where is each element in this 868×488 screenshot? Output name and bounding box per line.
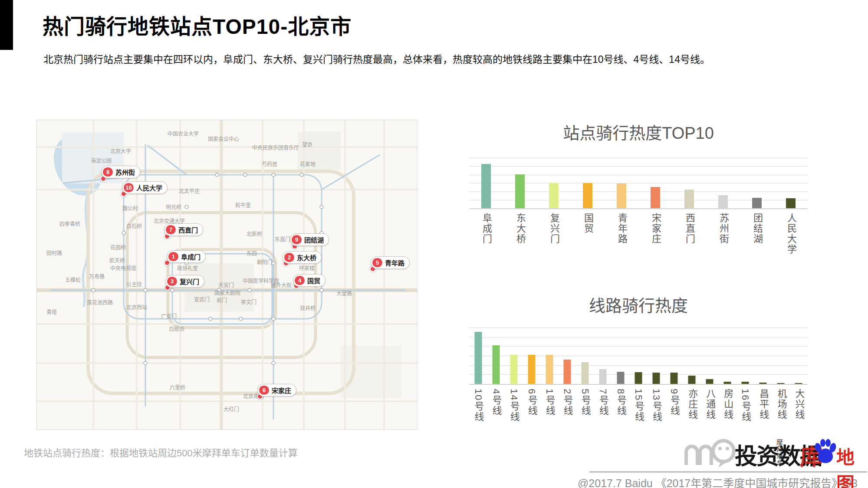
marker-rank-badge: 7 [166,225,176,234]
map-label-花家地: 花家地 [300,160,316,167]
marker-rank-badge: 5 [372,258,382,267]
mobike-logo-icon [684,435,736,469]
marker-rank-badge: 3 [167,277,177,286]
bar-16号线 [742,382,749,384]
chart-station-heat: 站点骑行热度TOP10 阜成门东大桥复兴门国贸青年路宋家庄西直门苏州街团结湖人民… [469,120,808,263]
bar-团结湖 [752,198,762,208]
bar-8号线 [617,372,624,384]
map-label-北新桥: 北新桥 [247,230,262,237]
axis-label-东大桥: 东大桥 [515,213,525,244]
chart-line-heat: 线路骑行热度 10号线4号线14号线6号线1号线2号线5号线7号线8号线15号线… [469,285,808,439]
map-label-白石桥: 白石桥 [126,222,142,229]
marker-rank-badge: 6 [259,386,269,395]
bar-7号线 [599,369,606,384]
axis-label-人民大学: 人民大学 [786,213,796,255]
map-label-魏公村: 魏公村 [122,204,138,212]
bar-机场线 [777,383,785,384]
axis-label-复兴门: 复兴门 [549,213,559,244]
marker-station-name: 宋家庄 [272,386,291,395]
axis-label-昌平线: 昌平线 [758,389,768,420]
axis-label-团结湖: 团结湖 [752,213,762,244]
marker-rank-badge: 2 [284,253,294,262]
chart-x-axis-labels: 10号线4号线14号线6号线1号线2号线5号线7号线8号线15号线13号线9号线… [469,385,808,439]
map-label-明光桥: 明光桥 [166,203,181,210]
map-label-国家大剧院: 国家大剧院 [214,289,240,296]
map-label-朝阳门: 朝阳门 [257,258,273,265]
bar-八通线 [706,379,713,384]
bar-大兴线 [795,383,802,384]
marker-pill-人民大学: 10人民大学 [122,181,168,194]
map-label-北京大学: 北京大学 [110,147,131,154]
bar-阜成门 [481,164,491,208]
bar-亦庄线 [688,376,696,384]
marker-station-name: 复兴门 [180,277,199,286]
marker-station-name: 国贸 [307,276,320,285]
map-label-北京交通大学: 北京交通大学 [154,217,185,224]
watermark-text-mobike: 摩拜单车 [775,439,784,467]
map-label-六里桥: 六里桥 [170,383,185,391]
map-label-望京: 望京 [302,141,312,148]
marker-station-name: 团结湖 [304,235,324,244]
gridline [469,328,808,328]
map-label-双井桥: 双井桥 [300,304,316,311]
gridline [469,158,808,158]
bar-2号线 [563,360,571,384]
map-label-中国农业大学: 中国农业大学 [168,130,199,137]
marker-station-name: 人民大学 [136,183,162,192]
map-label-政协礼堂: 政协礼堂 [177,264,198,272]
map-label-北京西站: 北京西站 [126,303,147,311]
marker-rank-badge: 8 [103,167,113,177]
bar-10号线 [474,332,482,384]
map-label-五棵松: 五棵松 [65,276,81,283]
map-label-东直门: 东直门 [275,235,290,242]
map-label-莲花池西路: 莲花池西路 [87,298,113,306]
axis-label-5号线: 5号线 [580,389,590,416]
copyright-text: @2017.7 Baidu 《2017年第二季度中国城市研究报告》 93 [578,475,858,488]
axis-label-阜成门: 阜成门 [481,213,491,244]
marker-pill-国贸: 4国贸 [293,274,326,287]
axis-label-房山线: 房山线 [723,389,732,420]
axis-label-国贸: 国贸 [583,213,592,234]
map-label-建外大街: 建外大街 [271,281,292,288]
marker-pill-复兴门: 3复兴门 [165,275,204,288]
map-label-大望路: 大望路 [336,289,352,297]
chart-plot-area [469,158,808,209]
bar-苏州街 [718,195,728,208]
watermark-logos: 投资数据 库 摩拜单车 地图 [684,433,866,471]
axis-label-苏州街: 苏州街 [718,213,728,244]
map-label-万寿路: 万寿路 [89,272,105,280]
marker-pill-团结湖: 9团结湖 [290,233,329,246]
marker-station-name: 青年路 [385,258,404,267]
map-label-公主坟: 公主坟 [126,280,142,288]
bar-宋家庄 [651,187,660,208]
axis-label-宋家庄: 宋家庄 [651,213,660,244]
map-label-国家会议中心: 国家会议中心 [208,135,239,142]
footnote: 地铁站点骑行热度：根据地铁站周边500米摩拜单车订单数量计算 [24,445,298,459]
gridline [469,208,808,209]
axis-label-八通线: 八通线 [705,389,714,420]
gridline [469,356,808,356]
gridline [469,166,808,167]
marker-pill-西直门: 7西直门 [164,223,203,236]
map-label-崇文门: 崇文门 [241,298,256,305]
marker-pill-青年路: 5青年路 [371,256,410,269]
bar-1号线 [546,355,553,384]
axis-label-大兴线: 大兴线 [794,389,803,420]
map-label-田村路: 田村路 [46,249,62,256]
black-accent-bar [0,0,13,50]
axis-label-16号线: 16号线 [740,389,750,422]
map-label-中央民族乐团音乐厅: 中央民族乐团音乐厅 [252,144,299,151]
map-label-大红门: 大红门 [224,405,239,413]
report-slide: 热门骑行地铁站点TOP10-北京市 北京热门骑行站点主要集中在四环以内，阜成门、… [0,0,868,488]
map-label-前门: 前门 [217,296,227,304]
marker-rank-badge: 10 [124,183,134,192]
map-label-四季青桥: 四季青桥 [59,220,80,227]
bar-4号线 [492,345,500,384]
axis-label-13号线: 13号线 [651,389,661,422]
marker-rank-badge: 4 [295,276,305,285]
map-label-东四: 东四 [247,249,257,257]
axis-label-机场线: 机场线 [776,389,786,420]
axis-label-14号线: 14号线 [509,389,519,422]
bar-房山线 [724,382,731,384]
bar-青年路 [617,183,626,208]
